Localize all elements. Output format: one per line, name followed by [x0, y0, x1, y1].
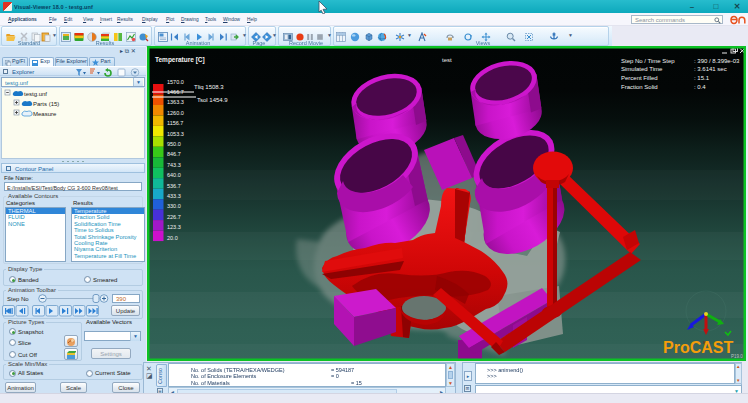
svg-text:P19.0: P19.0: [731, 354, 743, 359]
svg-text:1053.3: 1053.3: [167, 131, 184, 137]
svg-text:: 390 / 8.399e-03: : 390 / 8.399e-03: [694, 58, 740, 64]
svg-text:Step No / Time Step: Step No / Time Step: [621, 58, 675, 64]
svg-text:20.0: 20.0: [167, 235, 178, 241]
svg-text:950.0: 950.0: [167, 141, 181, 147]
svg-text:640.0: 640.0: [167, 172, 181, 178]
svg-text:1156.7: 1156.7: [167, 120, 183, 126]
svg-text:1570.0: 1570.0: [167, 79, 184, 85]
svg-text:536.7: 536.7: [167, 183, 181, 189]
svg-text:Parts (15): Parts (15): [33, 101, 59, 107]
svg-text:226.7: 226.7: [167, 214, 181, 220]
svg-text:Tsol 1454.9: Tsol 1454.9: [197, 97, 228, 103]
svg-text:: 0.4: : 0.4: [694, 84, 706, 90]
svg-text:Temperature [C]: Temperature [C]: [155, 56, 205, 64]
svg-text:Tliq 1508.3: Tliq 1508.3: [194, 84, 224, 90]
svg-text:743.3: 743.3: [167, 162, 181, 168]
svg-text:846.7: 846.7: [167, 151, 181, 157]
svg-text:ProCAST: ProCAST: [663, 339, 733, 356]
svg-text:Percent Filled: Percent Filled: [621, 75, 658, 81]
svg-text:123.3: 123.3: [167, 224, 181, 230]
svg-text:Measure: Measure: [33, 111, 57, 117]
svg-text:: 3.6141 sec: : 3.6141 sec: [694, 66, 727, 72]
svg-text:Simulated Time: Simulated Time: [621, 66, 663, 72]
svg-text:433.3: 433.3: [167, 193, 181, 199]
svg-text:1363.3: 1363.3: [167, 99, 184, 105]
svg-text:: 15.1: : 15.1: [694, 75, 710, 81]
svg-text:330.0: 330.0: [167, 203, 181, 209]
svg-text:testg.unf: testg.unf: [24, 91, 47, 97]
svg-text:Fraction Solid: Fraction Solid: [621, 84, 658, 90]
svg-text:test: test: [442, 57, 452, 63]
svg-text:1260.0: 1260.0: [167, 110, 184, 116]
